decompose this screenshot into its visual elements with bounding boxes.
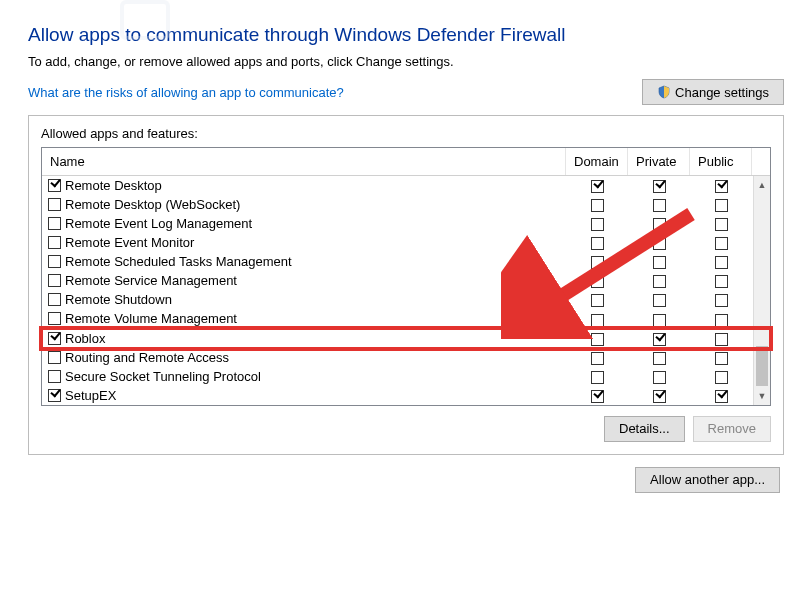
domain-checkbox[interactable] (591, 256, 604, 269)
col-name[interactable]: Name (42, 148, 566, 175)
enable-checkbox[interactable] (48, 370, 61, 383)
app-name: Routing and Remote Access (65, 350, 229, 365)
private-checkbox[interactable] (653, 352, 666, 365)
scrollbar[interactable]: ▲ ▼ (753, 176, 770, 405)
app-name: SetupEX (65, 388, 116, 403)
scroll-down-icon[interactable]: ▼ (754, 388, 770, 405)
col-domain[interactable]: Domain (566, 148, 628, 175)
table-row[interactable]: Remote Service Management (42, 271, 770, 290)
public-checkbox[interactable] (715, 333, 728, 346)
private-checkbox[interactable] (653, 333, 666, 346)
app-name: Remote Event Log Management (65, 216, 252, 231)
scroll-thumb[interactable] (756, 346, 768, 386)
enable-checkbox[interactable] (48, 274, 61, 287)
apps-table: Name Domain Private Public Remote Deskto… (41, 147, 771, 406)
private-checkbox[interactable] (653, 371, 666, 384)
shield-icon (657, 85, 671, 99)
table-row[interactable]: Routing and Remote Access (42, 348, 770, 367)
domain-checkbox[interactable] (591, 314, 604, 327)
table-row[interactable]: Remote Event Monitor (42, 233, 770, 252)
domain-checkbox[interactable] (591, 333, 604, 346)
app-name: Remote Scheduled Tasks Management (65, 254, 292, 269)
domain-checkbox[interactable] (591, 218, 604, 231)
app-name: Remote Shutdown (65, 292, 172, 307)
table-row[interactable]: Remote Desktop (WebSocket) (42, 195, 770, 214)
enable-checkbox[interactable] (48, 312, 61, 325)
allowed-apps-panel: Allowed apps and features: Name Domain P… (28, 115, 784, 455)
public-checkbox[interactable] (715, 294, 728, 307)
app-name: Remote Service Management (65, 273, 237, 288)
enable-checkbox[interactable] (48, 179, 61, 192)
private-checkbox[interactable] (653, 256, 666, 269)
enable-checkbox[interactable] (48, 198, 61, 211)
risks-link[interactable]: What are the risks of allowing an app to… (28, 85, 344, 100)
allow-another-app-button[interactable]: Allow another app... (635, 467, 780, 493)
private-checkbox[interactable] (653, 237, 666, 250)
app-name: Remote Event Monitor (65, 235, 194, 250)
table-row[interactable]: Remote Volume Management (42, 309, 770, 328)
enable-checkbox[interactable] (48, 389, 61, 402)
col-public[interactable]: Public (690, 148, 752, 175)
page-title: Allow apps to communicate through Window… (28, 24, 784, 46)
table-row[interactable]: Remote Scheduled Tasks Management (42, 252, 770, 271)
domain-checkbox[interactable] (591, 352, 604, 365)
public-checkbox[interactable] (715, 256, 728, 269)
table-row[interactable]: Remote Shutdown (42, 290, 770, 309)
public-checkbox[interactable] (715, 390, 728, 403)
domain-checkbox[interactable] (591, 371, 604, 384)
app-name: Roblox (65, 331, 105, 346)
enable-checkbox[interactable] (48, 293, 61, 306)
domain-checkbox[interactable] (591, 237, 604, 250)
public-checkbox[interactable] (715, 352, 728, 365)
table-row[interactable]: SetupEX (42, 386, 770, 405)
table-row[interactable]: Remote Event Log Management (42, 214, 770, 233)
table-row[interactable]: Remote Desktop (42, 176, 770, 195)
scroll-up-icon[interactable]: ▲ (754, 176, 770, 193)
domain-checkbox[interactable] (591, 180, 604, 193)
change-settings-button[interactable]: Change settings (642, 79, 784, 105)
table-row[interactable]: Secure Socket Tunneling Protocol (42, 367, 770, 386)
table-row[interactable]: Roblox (42, 329, 770, 348)
public-checkbox[interactable] (715, 218, 728, 231)
domain-checkbox[interactable] (591, 390, 604, 403)
remove-button[interactable]: Remove (693, 416, 771, 442)
col-private[interactable]: Private (628, 148, 690, 175)
enable-checkbox[interactable] (48, 255, 61, 268)
private-checkbox[interactable] (653, 314, 666, 327)
app-name: Remote Desktop (65, 178, 162, 193)
col-scroll-gap (752, 148, 770, 175)
enable-checkbox[interactable] (48, 217, 61, 230)
table-header: Name Domain Private Public (42, 148, 770, 176)
domain-checkbox[interactable] (591, 294, 604, 307)
enable-checkbox[interactable] (48, 236, 61, 249)
public-checkbox[interactable] (715, 314, 728, 327)
public-checkbox[interactable] (715, 275, 728, 288)
domain-checkbox[interactable] (591, 199, 604, 212)
private-checkbox[interactable] (653, 275, 666, 288)
panel-label: Allowed apps and features: (41, 126, 771, 141)
private-checkbox[interactable] (653, 294, 666, 307)
domain-checkbox[interactable] (591, 275, 604, 288)
app-name: Secure Socket Tunneling Protocol (65, 369, 261, 384)
private-checkbox[interactable] (653, 218, 666, 231)
enable-checkbox[interactable] (48, 332, 61, 345)
private-checkbox[interactable] (653, 180, 666, 193)
public-checkbox[interactable] (715, 180, 728, 193)
page-subtitle: To add, change, or remove allowed apps a… (28, 54, 784, 69)
public-checkbox[interactable] (715, 199, 728, 212)
private-checkbox[interactable] (653, 199, 666, 212)
details-button[interactable]: Details... (604, 416, 685, 442)
public-checkbox[interactable] (715, 371, 728, 384)
public-checkbox[interactable] (715, 237, 728, 250)
app-name: Remote Volume Management (65, 311, 237, 326)
app-name: Remote Desktop (WebSocket) (65, 197, 240, 212)
change-settings-label: Change settings (675, 85, 769, 100)
private-checkbox[interactable] (653, 390, 666, 403)
enable-checkbox[interactable] (48, 351, 61, 364)
table-body: Remote DesktopRemote Desktop (WebSocket)… (42, 176, 770, 405)
